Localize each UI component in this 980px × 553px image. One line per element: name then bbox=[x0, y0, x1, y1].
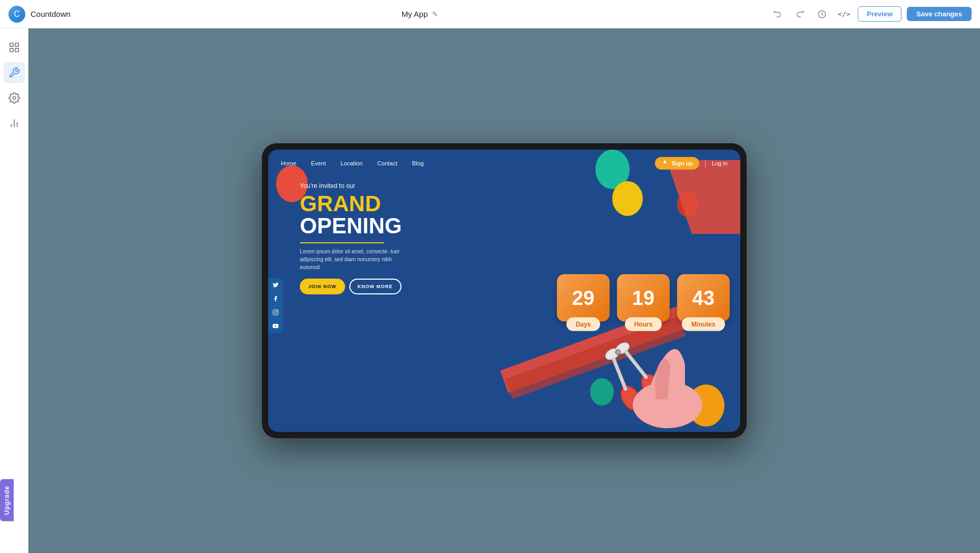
svg-point-11 bbox=[663, 161, 666, 163]
save-button[interactable]: Save changes bbox=[907, 7, 972, 21]
tablet-frame: Home Event Location Contact Blog Sign up… bbox=[262, 143, 747, 438]
history-button[interactable] bbox=[814, 6, 830, 23]
topbar: C Countdown My App ✎ </> Preview Save ch… bbox=[0, 0, 980, 28]
sidebar-item-settings[interactable] bbox=[4, 87, 25, 108]
svg-rect-2 bbox=[15, 43, 18, 46]
invited-text: You're invited to our bbox=[300, 182, 449, 190]
nav-auth: Sign up | Log in bbox=[655, 157, 728, 170]
divider-line bbox=[300, 242, 384, 243]
login-link[interactable]: Log in bbox=[712, 160, 728, 166]
app-name: Countdown bbox=[31, 9, 71, 18]
undo-button[interactable] bbox=[769, 6, 786, 23]
minutes-label: Minutes bbox=[682, 318, 724, 331]
topbar-right: </> Preview Save changes bbox=[769, 6, 972, 23]
nav-links: Home Event Location Contact Blog bbox=[281, 160, 424, 166]
signup-label: Sign up bbox=[672, 160, 693, 166]
hours-value: 19 bbox=[617, 274, 670, 322]
nav-location[interactable]: Location bbox=[340, 160, 362, 166]
canvas-area: Home Event Location Contact Blog Sign up… bbox=[28, 28, 980, 553]
days-box: 29 Days bbox=[557, 274, 610, 331]
redo-button[interactable] bbox=[791, 6, 808, 23]
code-button[interactable]: </> bbox=[836, 6, 852, 23]
tablet-screen: Home Event Location Contact Blog Sign up… bbox=[268, 150, 740, 432]
sidebar-item-tools[interactable] bbox=[4, 62, 25, 83]
svg-point-5 bbox=[13, 96, 16, 100]
youtube-icon[interactable] bbox=[268, 319, 283, 333]
topbar-left: C Countdown bbox=[8, 6, 71, 23]
instagram-icon[interactable] bbox=[268, 305, 283, 319]
svg-point-14 bbox=[277, 311, 277, 311]
know-more-button[interactable]: KNOW MORE bbox=[349, 279, 401, 294]
site-nav: Home Event Location Contact Blog Sign up… bbox=[268, 150, 740, 177]
social-bar bbox=[268, 278, 283, 333]
sidebar-item-dashboard[interactable] bbox=[4, 37, 25, 58]
sidebar bbox=[0, 28, 28, 553]
nav-contact[interactable]: Contact bbox=[377, 160, 397, 166]
nav-blog[interactable]: Blog bbox=[412, 160, 424, 166]
hand-illustration bbox=[598, 318, 714, 432]
topbar-center: My App ✎ bbox=[401, 9, 438, 18]
preview-button[interactable]: Preview bbox=[858, 6, 901, 22]
svg-rect-4 bbox=[15, 48, 18, 52]
grand-text: GRAND bbox=[300, 193, 449, 215]
sidebar-item-analytics[interactable] bbox=[4, 113, 25, 134]
edit-icon[interactable]: ✎ bbox=[432, 10, 438, 18]
app-logo: C bbox=[8, 6, 25, 23]
logo-char: C bbox=[14, 9, 20, 19]
hero-body-text: Lorem ipsum dolor sit amet, consecte- tu… bbox=[300, 248, 405, 271]
nav-home[interactable]: Home bbox=[281, 160, 296, 166]
hours-box: 19 Hours bbox=[617, 274, 670, 331]
twitter-icon[interactable] bbox=[268, 278, 283, 292]
grand-opening-title: GRAND OPENING bbox=[300, 193, 449, 237]
join-now-button[interactable]: JOIN NOW bbox=[300, 279, 345, 294]
hero-buttons: JOIN NOW KNOW MORE bbox=[300, 279, 449, 294]
days-label: Days bbox=[566, 318, 601, 331]
nav-divider: | bbox=[704, 159, 707, 168]
signup-button[interactable]: Sign up bbox=[655, 157, 699, 170]
upgrade-button[interactable]: Upgrade bbox=[0, 479, 14, 521]
svg-point-13 bbox=[275, 311, 277, 313]
nav-event[interactable]: Event bbox=[311, 160, 326, 166]
minutes-box: 43 Minutes bbox=[677, 274, 730, 331]
svg-rect-12 bbox=[273, 310, 278, 315]
svg-rect-1 bbox=[9, 43, 13, 46]
svg-rect-3 bbox=[9, 48, 13, 52]
app-title: My App bbox=[401, 9, 428, 18]
days-value: 29 bbox=[557, 274, 610, 322]
hero-section: You're invited to our GRAND OPENING Lore… bbox=[268, 177, 740, 432]
hours-label: Hours bbox=[625, 318, 662, 331]
facebook-icon[interactable] bbox=[268, 292, 283, 305]
minutes-value: 43 bbox=[677, 274, 730, 322]
countdown-display: 29 Days 19 Hours 43 Minutes bbox=[557, 274, 730, 331]
hero-content-left: You're invited to our GRAND OPENING Lore… bbox=[281, 177, 449, 432]
opening-text: OPENING bbox=[300, 215, 449, 237]
